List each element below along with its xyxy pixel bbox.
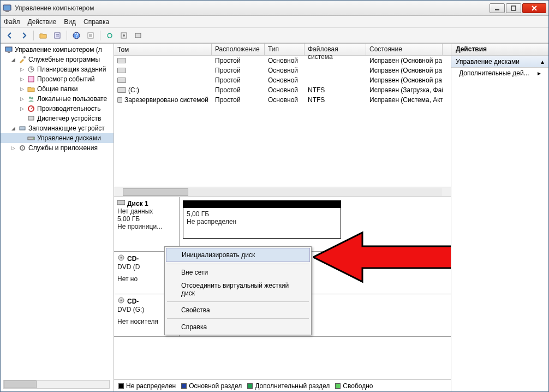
close-button[interactable] xyxy=(522,3,546,13)
computer-icon xyxy=(4,45,13,54)
tree-pane: Управление компьютером (л ◢Служебные про… xyxy=(1,44,114,391)
svg-point-25 xyxy=(29,97,31,99)
volume-list: ПростойОсновнойИсправен (Основной ра Про… xyxy=(114,56,451,187)
folder-button[interactable] xyxy=(37,29,49,41)
tree-services-apps[interactable]: ▷Службы и приложения xyxy=(1,143,114,153)
events-icon xyxy=(27,75,35,84)
svg-rect-6 xyxy=(55,33,60,38)
tree-storage[interactable]: ◢Запоминающие устройст xyxy=(1,123,114,133)
menu-detach-vhd[interactable]: Отсоединить виртуальный жесткий диск xyxy=(166,279,310,300)
collapse-icon: ▴ xyxy=(541,58,544,66)
svg-rect-35 xyxy=(117,200,125,205)
svg-point-39 xyxy=(121,300,122,301)
menu-offline[interactable]: Вне сети xyxy=(166,266,310,279)
tools-icon xyxy=(18,55,27,64)
volume-row[interactable]: (C:)ПростойОсновнойNTFSИсправен (Загрузк… xyxy=(114,85,451,95)
annotation-arrow xyxy=(313,227,451,287)
disk-icon xyxy=(117,58,126,63)
svg-line-28 xyxy=(31,107,33,109)
svg-point-32 xyxy=(33,138,34,139)
disk-icon xyxy=(117,199,125,207)
tree-performance[interactable]: ▷Производительность xyxy=(1,104,114,114)
menu-properties[interactable]: Свойства xyxy=(166,304,310,317)
disk-icon xyxy=(117,78,126,83)
center-pane: Том Расположение Тип Файловая система Со… xyxy=(114,44,451,391)
toolbar: ? xyxy=(1,28,548,43)
cd-icon xyxy=(117,296,125,306)
device-icon xyxy=(27,114,35,123)
menu-action[interactable]: Действие xyxy=(28,18,57,26)
tree-services-programs[interactable]: ◢Служебные программы xyxy=(1,55,114,64)
tree-device-manager[interactable]: Диспетчер устройств xyxy=(1,114,114,123)
volume-row[interactable]: ПростойОсновнойИсправен (Основной ра xyxy=(114,66,451,75)
settings-button[interactable] xyxy=(118,29,130,41)
col-state[interactable]: Состояние xyxy=(366,44,443,55)
svg-rect-3 xyxy=(511,6,516,10)
svg-point-37 xyxy=(121,257,122,259)
clock-icon xyxy=(27,65,35,74)
tree-disk-management[interactable]: Управление дисками xyxy=(1,133,114,143)
services-icon xyxy=(18,144,27,152)
refresh-button[interactable] xyxy=(104,29,116,41)
volume-hscroll[interactable] xyxy=(114,187,451,197)
cd-icon xyxy=(117,254,125,263)
svg-rect-19 xyxy=(8,52,10,53)
list-button[interactable] xyxy=(85,29,97,41)
menu-initialize-disk[interactable]: Инициализировать диск xyxy=(166,248,310,262)
disk-icon xyxy=(117,68,126,73)
minimize-button[interactable] xyxy=(490,3,505,13)
app-icon xyxy=(3,4,11,13)
menu-help[interactable]: Справка xyxy=(83,18,109,26)
svg-rect-17 xyxy=(135,33,141,38)
menu-view[interactable]: Вид xyxy=(64,18,76,26)
col-layout[interactable]: Расположение xyxy=(212,44,265,55)
back-button[interactable] xyxy=(4,29,16,41)
menubar: Файл Действие Вид Справка xyxy=(1,16,548,28)
disk-icon xyxy=(117,87,126,93)
col-type[interactable]: Тип xyxy=(265,44,305,55)
col-volume[interactable]: Том xyxy=(114,44,212,55)
storage-icon xyxy=(18,124,27,133)
perf-icon xyxy=(27,104,35,113)
svg-rect-0 xyxy=(3,5,11,10)
actions-header: Действия xyxy=(451,44,548,56)
chevron-right-icon: ▸ xyxy=(538,69,541,77)
actions-pane: Действия Управление дисками▴ Дополнитель… xyxy=(451,44,548,391)
svg-rect-18 xyxy=(5,47,12,51)
svg-rect-29 xyxy=(28,116,34,120)
tree-root[interactable]: Управление компьютером (л xyxy=(1,45,114,55)
legend: Не распределен Основной раздел Дополните… xyxy=(114,379,451,391)
disk-area: Диск 1 Нет данных 5,00 ГБ Не проиници...… xyxy=(114,197,451,379)
tree-events[interactable]: ▷Просмотр событий xyxy=(1,74,114,84)
volume-row[interactable]: Зарезервировано системойПростойОсновнойN… xyxy=(114,95,451,105)
window: Управление компьютером Файл Действие Вид… xyxy=(0,0,549,392)
disk-icon xyxy=(117,97,122,103)
extra-button[interactable] xyxy=(132,29,144,41)
tree-scrollbar[interactable] xyxy=(3,380,110,389)
tree-scheduler[interactable]: ▷Планировщик заданий xyxy=(1,64,114,74)
forward-button[interactable] xyxy=(18,29,30,41)
properties-button[interactable] xyxy=(51,29,63,41)
svg-rect-24 xyxy=(28,76,34,82)
svg-rect-1 xyxy=(5,11,9,12)
folder-icon xyxy=(27,85,35,93)
tree-shared-folders[interactable]: ▷Общие папки xyxy=(1,84,114,94)
maximize-button[interactable] xyxy=(506,3,521,13)
col-filesystem[interactable]: Файловая система xyxy=(305,44,366,55)
svg-point-16 xyxy=(123,34,125,37)
svg-rect-30 xyxy=(20,127,25,130)
menu-file[interactable]: Файл xyxy=(4,18,20,26)
users-icon xyxy=(27,94,35,103)
volume-row[interactable]: ПростойОсновнойИсправен (Основной ра xyxy=(114,56,451,66)
actions-disk-management[interactable]: Управление дисками▴ xyxy=(451,56,548,68)
menu-help[interactable]: Справка xyxy=(166,320,310,334)
context-menu: Инициализировать диск Вне сети Отсоедини… xyxy=(164,246,312,335)
volume-header: Том Расположение Тип Файловая система Со… xyxy=(114,44,451,56)
actions-more[interactable]: Дополнительные дей...▸ xyxy=(451,68,548,79)
svg-text:?: ? xyxy=(75,32,79,39)
tree-local-users[interactable]: ▷Локальные пользовате xyxy=(1,94,114,104)
titlebar: Управление компьютером xyxy=(1,1,548,16)
help-button[interactable]: ? xyxy=(70,29,82,41)
volume-row[interactable]: ПростойОсновнойИсправен (Основной ра xyxy=(114,75,451,85)
svg-point-20 xyxy=(23,56,26,58)
